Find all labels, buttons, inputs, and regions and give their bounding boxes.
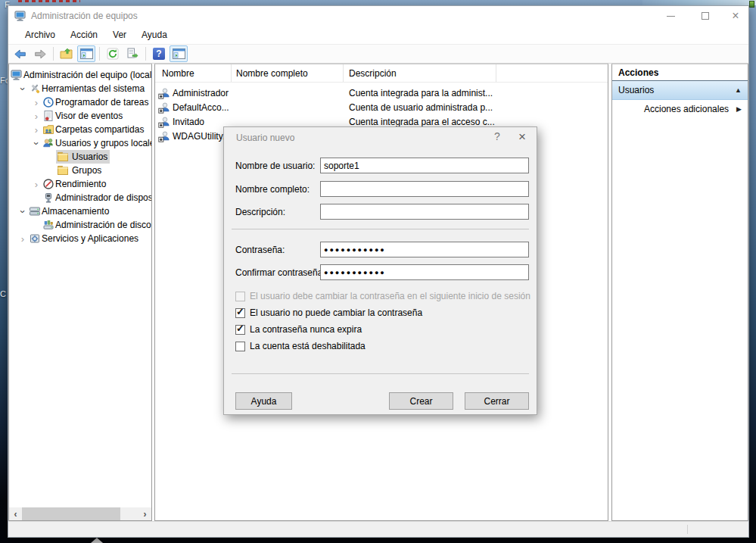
computer-icon <box>11 69 23 81</box>
window-title: Administración de equipos <box>31 11 138 21</box>
chevron-collapsed-icon[interactable]: › <box>17 234 29 244</box>
storage-icon <box>29 205 41 217</box>
submenu-arrow-icon: ▶ <box>736 105 742 113</box>
selected-tree-item[interactable]: Usuarios <box>56 150 110 164</box>
local-users-groups-icon <box>42 137 54 149</box>
password-field[interactable] <box>320 242 529 257</box>
help-icon[interactable]: ? <box>150 45 168 62</box>
folder-icon <box>57 151 69 163</box>
background-window-fragment <box>18 0 80 2</box>
actions-pane: Acciones Usuarios ▲ Acciones adicionales… <box>611 64 748 521</box>
show-console-tree-icon[interactable] <box>77 45 95 62</box>
console-tree-pane: Administración del equipo (local) › Herr… <box>8 64 152 521</box>
tree-item-task-scheduler[interactable]: › Programador de tareas <box>9 95 151 109</box>
task-scheduler-icon <box>42 96 54 108</box>
desktop-icon-label-fragment: C <box>0 289 6 298</box>
dialog-help-icon[interactable]: ? <box>488 130 506 145</box>
menu-ver[interactable]: Ver <box>105 27 134 42</box>
checkbox-checked-icon[interactable]: ✓ <box>235 325 245 335</box>
user-account-icon <box>158 130 170 142</box>
user-row-administrador[interactable]: Administrador Cuenta integrada para la a… <box>155 86 608 100</box>
description-field[interactable] <box>320 204 529 220</box>
tree-item-performance[interactable]: › Rendimiento <box>9 177 151 191</box>
title-bar[interactable]: Administración de equipos × <box>8 6 748 26</box>
toolbar-separator <box>53 47 54 61</box>
actions-pane-title: Acciones <box>612 64 748 81</box>
column-header-descripcion[interactable]: Descripción <box>344 64 496 82</box>
tree-item-usuarios[interactable]: › Usuarios <box>9 150 151 164</box>
scroll-left-icon[interactable]: ‹ <box>9 507 22 520</box>
scrollbar-thumb[interactable] <box>22 507 120 520</box>
chevron-expanded-icon[interactable]: › <box>18 205 28 217</box>
tree-item-disk-management[interactable]: › Administración de discos <box>9 218 151 232</box>
status-bar-divider <box>687 525 688 534</box>
menu-archivo[interactable]: Archivo <box>17 27 63 42</box>
show-action-pane-icon[interactable] <box>170 45 188 62</box>
chevron-collapsed-icon[interactable]: › <box>30 125 42 135</box>
separator <box>232 373 529 374</box>
menu-ayuda[interactable]: Ayuda <box>134 27 175 42</box>
column-header-nombre[interactable]: Nombre <box>155 64 232 82</box>
chevron-collapsed-icon[interactable]: › <box>30 111 42 121</box>
checkbox-checked-icon[interactable]: ✓ <box>235 308 245 318</box>
tree-item-device-manager[interactable]: › Administrador de dispositivos <box>9 191 151 204</box>
chevron-collapsed-icon[interactable]: › <box>30 98 42 108</box>
system-tools-icon <box>29 83 41 95</box>
tree-item-shared-folders[interactable]: › Carpetas compartidas <box>9 123 151 136</box>
tree-item-system-tools[interactable]: › Herramientas del sistema <box>9 82 151 95</box>
tree-horizontal-scrollbar[interactable]: ‹ › <box>9 507 151 520</box>
username-label: Nombre de usuario: <box>235 161 315 171</box>
new-user-dialog: Usuario nuevo ? × Nombre de usuario: Nom… <box>223 126 537 415</box>
chevron-expanded-icon[interactable]: › <box>32 137 42 149</box>
checkbox-cannot-change-password[interactable]: ✓ El usuario no puede cambiar la contras… <box>235 307 422 318</box>
list-header: Nombre Nombre completo Descripción <box>155 64 608 83</box>
confirm-password-field[interactable] <box>320 264 529 280</box>
tree-item-computer-management[interactable]: Administración del equipo (local) <box>9 68 151 82</box>
checkbox-icon: ✓ <box>235 292 245 301</box>
separator <box>232 229 529 229</box>
menu-accion[interactable]: Acción <box>63 27 105 42</box>
chevron-expanded-icon[interactable]: › <box>18 83 28 95</box>
close-dialog-button[interactable]: Cerrar <box>465 392 529 410</box>
desktop: { "desktop": { "fragments": { "top": "F"… <box>0 0 756 543</box>
tree-item-grupos[interactable]: › Grupos <box>9 164 151 177</box>
dialog-close-icon[interactable]: × <box>512 129 532 145</box>
computer-management-icon <box>14 10 26 22</box>
checkbox-password-never-expires[interactable]: ✓ La contraseña nunca expira <box>235 324 362 335</box>
desktop-wallpaper-detail <box>91 538 103 543</box>
fullname-field[interactable] <box>320 181 529 197</box>
up-folder-icon[interactable] <box>58 45 76 62</box>
menu-bar: Archivo Acción Ver Ayuda <box>8 26 748 44</box>
tree-item-storage[interactable]: › Almacenamiento <box>9 204 151 218</box>
description-label: Descripción: <box>235 207 285 217</box>
dialog-title-bar[interactable]: Usuario nuevo ? × <box>224 127 537 148</box>
scroll-right-icon[interactable]: › <box>138 507 151 520</box>
maximize-button[interactable] <box>688 6 722 26</box>
chevron-collapsed-icon[interactable]: › <box>30 179 42 189</box>
desktop-shortcut-icon <box>749 1 754 8</box>
toolbar-separator <box>99 47 100 61</box>
forward-icon[interactable] <box>31 45 49 62</box>
username-field[interactable] <box>320 158 529 173</box>
column-header-nombre-completo[interactable]: Nombre completo <box>232 64 344 82</box>
back-icon[interactable] <box>11 45 30 62</box>
password-label: Contraseña: <box>235 245 285 255</box>
collapse-up-icon[interactable]: ▲ <box>735 86 742 94</box>
export-list-icon[interactable] <box>123 45 142 62</box>
close-button[interactable]: × <box>722 6 749 26</box>
tree-item-services-apps[interactable]: › Servicios y Aplicaciones <box>9 232 151 245</box>
shared-folders-icon <box>42 123 54 136</box>
tree-item-event-viewer[interactable]: › Visor de eventos <box>9 109 151 123</box>
toolbar: ? <box>8 44 748 64</box>
create-button[interactable]: Crear <box>389 392 453 410</box>
checkbox-icon[interactable]: ✓ <box>235 342 245 351</box>
help-button[interactable]: Ayuda <box>235 392 292 410</box>
actions-group-usuarios[interactable]: Usuarios ▲ <box>612 81 748 100</box>
user-row-defaultaccount[interactable]: DefaultAcco... Cuenta de usuario adminis… <box>155 100 608 114</box>
tree-item-local-users-groups[interactable]: › Usuarios y grupos locales <box>9 136 151 150</box>
checkbox-account-disabled[interactable]: ✓ La cuenta está deshabilitada <box>235 341 366 351</box>
refresh-icon[interactable] <box>104 45 122 62</box>
minimize-button[interactable] <box>654 6 688 26</box>
folder-icon <box>57 164 69 176</box>
actions-item-acciones-adicionales[interactable]: Acciones adicionales ▶ <box>612 100 748 118</box>
